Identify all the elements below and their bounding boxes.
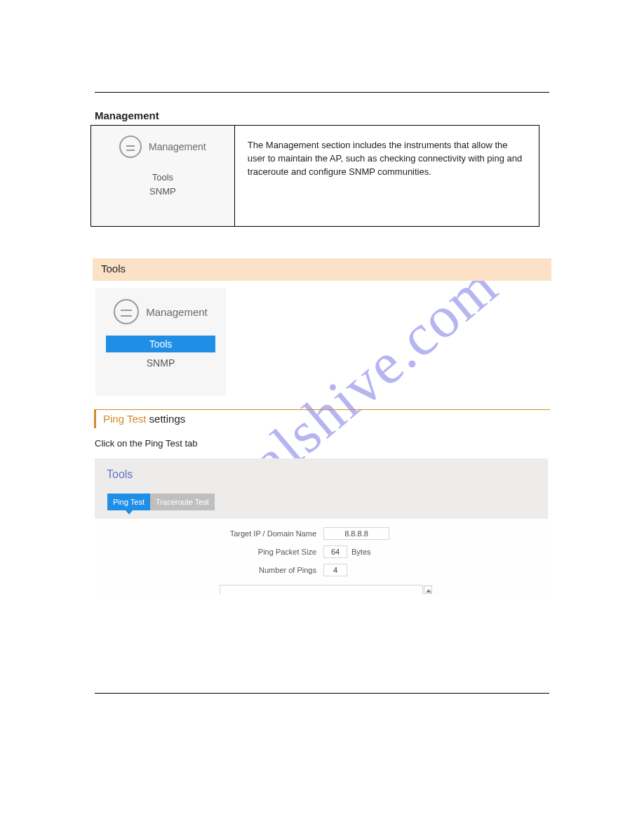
menu-item-snmp: SNMP [91,185,234,199]
unit-bytes: Bytes [351,548,371,556]
document-page: Management Management Tools SNMP The Man… [95,0,549,834]
scroll-up-icon[interactable] [424,585,432,594]
tools-panel: Tools Ping TestTraceroute Test Target IP… [95,458,548,595]
ping-form: Target IP / Domain Name Ping Packet Size… [95,519,548,595]
management-menu-block: Management Tools SNMP [91,126,234,211]
tools-section-label: Tools [101,263,126,274]
bottom-rule [95,693,549,694]
table-cell-left: Management Tools SNMP [91,126,235,227]
management-table: Management Tools SNMP The Management sec… [90,125,539,227]
subheader: Ping Test settings [94,410,248,428]
tools-section-bar: Tools [93,258,551,281]
management-header-row: Management [119,135,206,158]
output-box [220,585,423,595]
top-rule [95,92,549,93]
management-icon [119,135,142,158]
table-cell-right: The Management section includes the inst… [234,126,539,227]
row-packet-size: Ping Packet Size Bytes [95,543,548,561]
tools-panel-title: Tools [107,468,133,481]
input-packet-size[interactable] [323,545,347,558]
tab-ping-test[interactable]: Ping Test [107,494,150,510]
sidebar-item-snmp[interactable]: SNMP [95,355,226,371]
label-packet-size: Ping Packet Size [95,548,323,556]
management-header-label-2: Management [146,306,208,318]
row-ping-count: Number of Pings [95,561,548,579]
label-ping-count: Number of Pings [95,566,323,574]
subheader-accent: Ping Test [103,413,149,425]
management-header-row-2: Management [114,299,208,324]
menu-item-tools: Tools [91,171,234,185]
sidebar-item-tools[interactable]: Tools [106,336,215,352]
management-header-label: Management [149,141,206,152]
tools-tabs: Ping TestTraceroute Test [107,494,215,513]
management-icon [114,299,139,324]
input-target-ip[interactable] [323,527,389,540]
management-description: The Management section includes the inst… [235,126,539,178]
label-target: Target IP / Domain Name [95,529,323,538]
subheader-rest: settings [149,413,186,425]
section-heading: Management [95,110,159,121]
row-target: Target IP / Domain Name [95,524,548,543]
subheader-instruction: Click on the Ping Test tab [95,438,197,449]
tab-traceroute-test[interactable]: Traceroute Test [150,494,215,510]
management-sidebar-panel: Management Tools SNMP [95,288,226,396]
input-ping-count[interactable] [323,564,347,576]
